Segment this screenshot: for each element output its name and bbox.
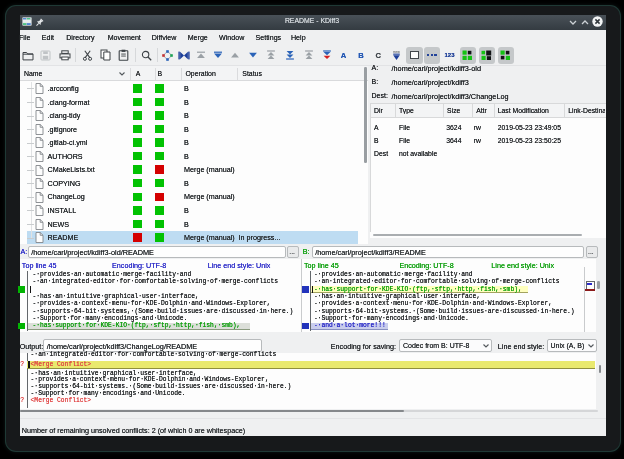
svg-text:new: new	[393, 50, 400, 54]
